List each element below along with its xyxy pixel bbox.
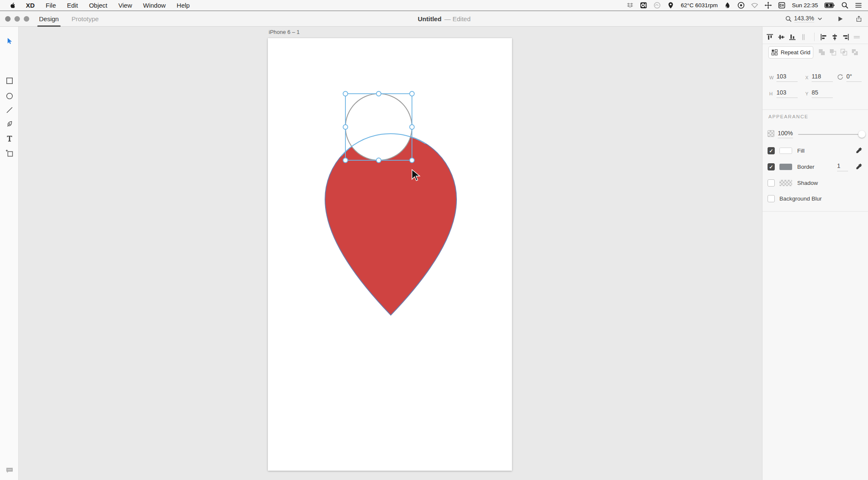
selection-handle <box>376 92 381 96</box>
menu-file[interactable]: File <box>40 0 61 11</box>
minimize-window-button[interactable] <box>14 16 20 22</box>
repeat-grid-button[interactable]: Repeat Grid <box>768 46 813 59</box>
fill-checkbox[interactable] <box>768 147 775 154</box>
border-swatch[interactable] <box>779 164 792 170</box>
distribute-horizontal-icon[interactable] <box>852 32 861 42</box>
artboard-label[interactable]: iPhone 6 – 1 <box>269 29 300 35</box>
selected-ellipse[interactable] <box>345 94 412 160</box>
background-blur-label: Background Blur <box>779 195 822 202</box>
opacity-field[interactable]: 100% <box>778 130 793 138</box>
location-icon[interactable] <box>667 2 674 9</box>
zoom-window-button[interactable] <box>24 16 29 22</box>
height-field[interactable]: 103 <box>776 89 798 98</box>
boolean-operations <box>818 48 864 56</box>
line-tool[interactable] <box>0 103 19 116</box>
repeat-grid-icon <box>771 49 778 56</box>
document-title: Untitled — Edited <box>418 11 471 27</box>
boolean-subtract-icon[interactable] <box>829 48 837 56</box>
border-eyedropper-icon[interactable] <box>856 163 862 170</box>
select-tool[interactable] <box>0 34 19 47</box>
close-window-button[interactable] <box>5 16 11 22</box>
ellipse-tool[interactable] <box>0 89 19 102</box>
align-bottom-icon[interactable] <box>787 32 797 42</box>
title-bar: Design Prototype Untitled — Edited 143.3… <box>0 11 868 27</box>
align-center-horizontal-icon[interactable] <box>830 32 839 42</box>
fill-eyedropper-icon[interactable] <box>856 147 862 153</box>
distribute-vertical-icon[interactable] <box>798 32 808 42</box>
zoom-control[interactable]: 143.3% <box>785 15 823 22</box>
adobe-xd-window: XD File Edit Object View Window Help 62°… <box>0 0 868 480</box>
selection-handle <box>343 158 348 163</box>
status-temperature[interactable]: 62°C 6031rpm <box>681 2 718 8</box>
tab-prototype[interactable]: Prototype <box>72 11 99 27</box>
width-field[interactable]: 103 <box>776 73 798 82</box>
alignment-toolbar <box>762 31 868 43</box>
creative-cloud-icon[interactable] <box>654 2 661 9</box>
boolean-union-icon[interactable] <box>818 48 826 56</box>
text-tool[interactable] <box>0 132 19 145</box>
transform-row-2: H 103 Y 85 <box>762 89 868 100</box>
calendar-icon[interactable] <box>778 2 785 9</box>
preview-play-button[interactable] <box>837 16 843 22</box>
boolean-exclude-icon[interactable] <box>851 48 859 56</box>
opacity-slider-track[interactable] <box>798 134 862 135</box>
menu-app-name[interactable]: XD <box>20 0 40 11</box>
background-blur-checkbox[interactable] <box>768 195 775 202</box>
shadow-row: Shadow <box>762 179 868 189</box>
chevron-down-icon[interactable] <box>817 16 823 22</box>
height-label: H <box>769 91 773 96</box>
share-icon[interactable] <box>856 16 862 22</box>
status-clock[interactable]: Sun 22:35 <box>792 2 818 8</box>
comment-icon[interactable] <box>0 465 19 476</box>
zoom-level-value[interactable]: 143.3% <box>794 15 814 22</box>
apple-menu-icon[interactable] <box>9 2 16 9</box>
menu-bar: XD File Edit Object View Window Help 62°… <box>0 0 868 11</box>
window-manager-icon[interactable] <box>765 2 772 9</box>
opacity-slider-knob[interactable] <box>858 131 865 138</box>
y-field[interactable]: 85 <box>812 89 833 98</box>
selection-handle <box>410 158 415 163</box>
wifi-icon[interactable] <box>751 2 758 9</box>
align-right-icon[interactable] <box>841 32 850 42</box>
fill-swatch[interactable] <box>779 148 792 154</box>
rectangle-tool[interactable] <box>0 74 19 87</box>
pen-tool[interactable] <box>0 117 19 130</box>
menu-help[interactable]: Help <box>171 0 195 11</box>
artboard-tool[interactable] <box>0 147 19 159</box>
rotation-icon <box>837 74 843 80</box>
menu-list-icon[interactable] <box>855 2 862 9</box>
menu-window[interactable]: Window <box>137 0 171 11</box>
transform-row-1: W 103 X 118 0° <box>762 73 868 84</box>
shadow-checkbox[interactable] <box>768 179 775 187</box>
selection-handle <box>410 125 415 129</box>
align-top-icon[interactable] <box>765 32 774 42</box>
shadow-label: Shadow <box>797 180 818 186</box>
border-checkbox[interactable] <box>768 163 775 170</box>
boolean-intersect-icon[interactable] <box>840 48 848 56</box>
dropbox-icon[interactable] <box>626 2 634 9</box>
appearance-header: APPEARANCE <box>768 114 809 119</box>
align-left-icon[interactable] <box>819 32 828 42</box>
shadow-swatch[interactable] <box>779 180 792 186</box>
fan-icon[interactable] <box>737 2 745 9</box>
border-width-field[interactable]: 1 <box>837 162 848 171</box>
rotation-field[interactable]: 0° <box>846 73 862 82</box>
x-field[interactable]: 118 <box>812 73 833 82</box>
spotlight-icon[interactable] <box>841 2 849 9</box>
tab-design[interactable]: Design <box>39 11 59 27</box>
istat-icon[interactable] <box>724 2 731 9</box>
menu-view[interactable]: View <box>113 0 137 11</box>
menu-edit[interactable]: Edit <box>61 0 83 11</box>
screen-record-icon[interactable] <box>640 2 647 9</box>
window-controls <box>5 11 29 27</box>
border-row: Border 1 <box>762 162 868 173</box>
y-label: Y <box>805 91 808 96</box>
opacity-row: 100% <box>762 129 868 140</box>
align-middle-icon[interactable] <box>776 32 786 42</box>
selection-handle <box>410 92 415 96</box>
fill-row: Fill <box>762 146 868 156</box>
battery-icon[interactable] <box>824 2 835 9</box>
menu-object[interactable]: Object <box>83 0 113 11</box>
selection-handle <box>343 92 348 96</box>
tool-rail <box>0 27 19 480</box>
